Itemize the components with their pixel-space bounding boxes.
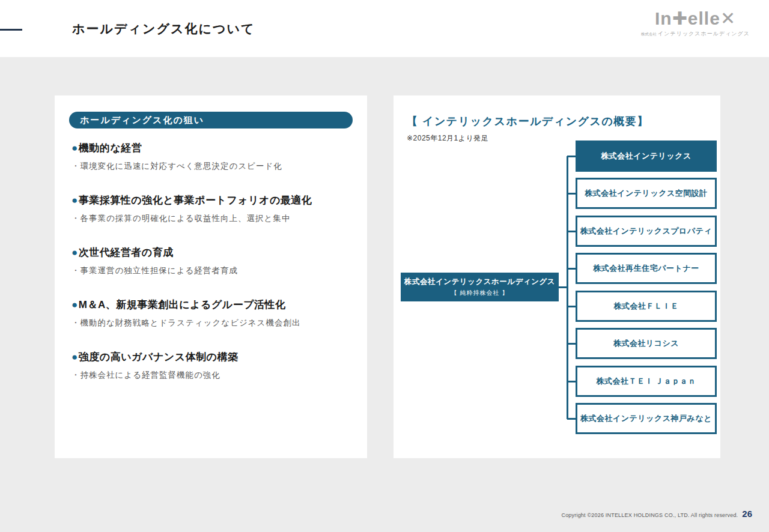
subsidiary-box: 株式会社インテリックス空間設計 bbox=[576, 178, 717, 209]
header-accent-line bbox=[0, 29, 22, 31]
slide: ホールディングス化について In✚elle✕ 株式会社インテリックスホールディン… bbox=[0, 0, 769, 532]
aim-detail: ・事業運営の独立性担保による経営者育成 bbox=[71, 265, 354, 276]
footer: Copyright ©2026 INTELLEX HOLDINGS CO., L… bbox=[561, 509, 752, 519]
copyright-text: Copyright ©2026 INTELLEX HOLDINGS CO., L… bbox=[561, 512, 738, 518]
bullet-dot-icon: ● bbox=[71, 247, 78, 258]
logo-x-icon: ✕ bbox=[720, 8, 736, 28]
connector-stub bbox=[567, 381, 576, 382]
aim-item: ●次世代経営者の育成 ・事業運営の独立性担保による経営者育成 bbox=[71, 246, 354, 276]
logo-plus-icon: ✚ bbox=[672, 8, 688, 28]
bullet-dot-icon: ● bbox=[71, 195, 78, 206]
subsidiary-box: 株式会社ＦＬＩＥ bbox=[576, 291, 717, 322]
logo-prefix: In bbox=[655, 8, 672, 28]
parent-company-box: 株式会社インテリックスホールディングス 【 純粋持株会社 】 bbox=[401, 273, 559, 301]
header-bar: ホールディングス化について In✚elle✕ 株式会社インテリックスホールディン… bbox=[0, 0, 769, 57]
logo-subtext-small: 株式会社 bbox=[641, 32, 657, 36]
connector-stub bbox=[567, 343, 576, 345]
aim-item: ●M＆A、新規事業創出によるグループ活性化 ・機動的な財務戦略とドラスティックな… bbox=[71, 298, 354, 328]
aim-detail: ・機動的な財務戦略とドラスティックなビジネス機会創出 bbox=[71, 318, 354, 328]
subsidiary-box: 株式会社再生住宅パートナー bbox=[576, 253, 717, 284]
subsidiary-box: 株式会社インテリックス神戸みなと bbox=[576, 403, 717, 434]
aim-heading-text: 機動的な経営 bbox=[79, 142, 142, 154]
org-chart: 株式会社インテリックスホールディングス 【 純粋持株会社 】 株式会社インテリッ… bbox=[394, 95, 720, 458]
parent-company-name: 株式会社インテリックスホールディングス bbox=[401, 277, 559, 287]
holdings-overview-panel: 【 インテリックスホールディングスの概要】 ※2025年12月1より発足 株式会… bbox=[394, 95, 720, 458]
subsidiary-box: 株式会社リコシス bbox=[576, 328, 717, 359]
aim-heading-text: 事業採算性の強化と事業ポートフォリオの最適化 bbox=[79, 195, 312, 206]
connector-stub bbox=[567, 156, 576, 157]
aim-heading: ●次世代経営者の育成 bbox=[71, 246, 354, 259]
subsidiary-box: 株式会社インテリックス bbox=[576, 141, 717, 172]
panel-header-pill: ホールディングス化の狙い bbox=[69, 112, 353, 128]
aim-heading-text: M＆A、新規事業創出によるグループ活性化 bbox=[79, 299, 286, 310]
connector-stub bbox=[567, 306, 576, 307]
logo-middle: elle bbox=[688, 8, 720, 28]
aim-item: ●機動的な経営 ・環境変化に迅速に対応すべく意思決定のスピード化 bbox=[71, 141, 354, 172]
aim-item: ●強度の高いガバナンス体制の構築 ・持株会社による経営監督機能の強化 bbox=[71, 350, 354, 381]
aim-heading: ●機動的な経営 bbox=[71, 141, 354, 155]
bullet-dot-icon: ● bbox=[71, 142, 78, 154]
holdings-aims-panel: ホールディングス化の狙い ●機動的な経営 ・環境変化に迅速に対応すべく意思決定の… bbox=[55, 95, 367, 458]
subsidiary-box: 株式会社インテリックスプロパティ bbox=[576, 216, 717, 247]
logo-wordmark: In✚elle✕ bbox=[641, 10, 750, 28]
aim-heading: ●事業採算性の強化と事業ポートフォリオの最適化 bbox=[71, 193, 354, 207]
connector-stub bbox=[567, 193, 576, 195]
logo-subtext-main: インテリックスホールディングス bbox=[658, 31, 750, 37]
bullet-dot-icon: ● bbox=[71, 351, 78, 363]
subsidiary-box: 株式会社ＴＥＩ Ｊａｐａｎ bbox=[576, 366, 717, 397]
aim-heading-text: 次世代経営者の育成 bbox=[79, 247, 174, 258]
logo-subtext: 株式会社インテリックスホールディングス bbox=[641, 30, 750, 38]
connector-stub bbox=[567, 231, 576, 232]
aim-detail: ・各事業の採算の明確化による収益性向上、選択と集中 bbox=[71, 213, 354, 224]
page-number: 26 bbox=[742, 509, 752, 519]
aim-heading: ●M＆A、新規事業創出によるグループ活性化 bbox=[71, 298, 354, 312]
connector-stub bbox=[567, 268, 576, 270]
connector-parent-stub bbox=[559, 286, 567, 288]
company-logo: In✚elle✕ 株式会社インテリックスホールディングス bbox=[641, 10, 750, 38]
aim-item: ●事業採算性の強化と事業ポートフォリオの最適化 ・各事業の採算の明確化による収益… bbox=[71, 193, 354, 224]
page-title: ホールディングス化について bbox=[72, 20, 255, 37]
bullet-dot-icon: ● bbox=[71, 299, 78, 310]
parent-company-type: 【 純粋持株会社 】 bbox=[401, 289, 559, 297]
aim-heading: ●強度の高いガバナンス体制の構築 bbox=[71, 350, 354, 364]
connector-stub bbox=[567, 418, 576, 420]
aim-heading-text: 強度の高いガバナンス体制の構築 bbox=[79, 351, 239, 363]
aim-detail: ・環境変化に迅速に対応すべく意思決定のスピード化 bbox=[71, 161, 354, 172]
aim-detail: ・持株会社による経営監督機能の強化 bbox=[71, 370, 354, 381]
